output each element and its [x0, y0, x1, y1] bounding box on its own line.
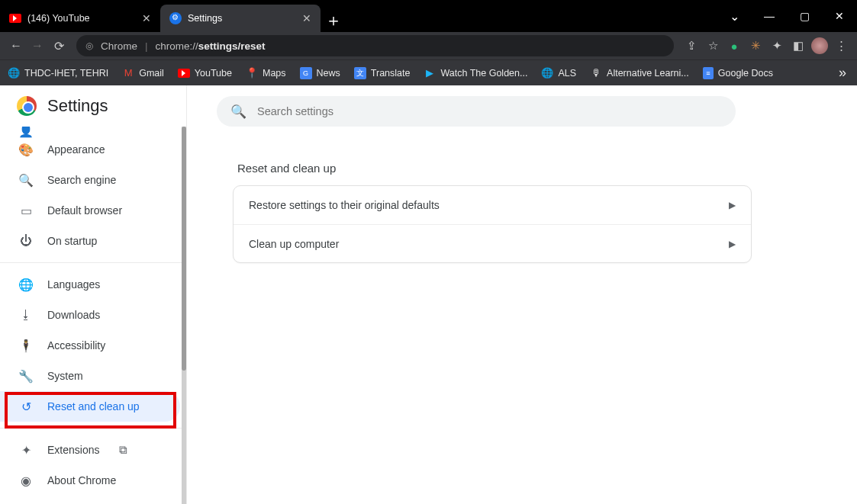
extension-icon: ✦	[18, 443, 34, 457]
bookmark-star-icon[interactable]: ☆	[704, 39, 721, 53]
sidebar-item-label: Appearance	[47, 143, 105, 156]
browser-icon: ▭	[18, 204, 34, 218]
sound-icon: 🎙	[590, 67, 602, 79]
tab-settings[interactable]: Settings ✕	[160, 5, 321, 32]
search-icon: 🔍	[230, 104, 246, 120]
bookmark-item[interactable]: GNews	[300, 67, 340, 79]
tab-label: Settings	[188, 13, 222, 24]
sidebar-item-extensions[interactable]: ✦Extensions⧉	[0, 435, 186, 465]
minimize-button[interactable]: —	[752, 0, 787, 32]
new-tab-button[interactable]: ＋	[321, 9, 346, 32]
extension-grammarly-icon[interactable]: ●	[726, 40, 743, 53]
close-icon[interactable]: ✕	[142, 12, 151, 24]
bookmark-item[interactable]: YouTube	[178, 68, 232, 79]
search-icon: 🔍	[18, 173, 34, 188]
bookmark-item[interactable]: 文Translate	[354, 67, 411, 79]
sidebar-item-label: System	[47, 370, 83, 382]
chrome-logo-icon	[17, 96, 37, 116]
restore-icon: ↺	[18, 400, 34, 414]
bookmark-item[interactable]: 🎙Alternative Learni...	[590, 67, 689, 79]
globe-icon: 🌐	[8, 67, 20, 79]
window-controls: ⌄ — ▢ ✕	[717, 0, 857, 32]
bookmark-item[interactable]: 🌐THDC-IHET, TEHRI	[8, 67, 108, 79]
maximize-button[interactable]: ▢	[787, 0, 822, 32]
search-input[interactable]	[257, 105, 722, 117]
settings-card: Restore settings to their original defau…	[233, 185, 752, 263]
tab-label: (146) YouTube	[27, 13, 90, 24]
browser-toolbar: ← → ⟳ ◎ Chrome | chrome://settings/reset…	[0, 32, 857, 59]
url-scheme-label: Chrome	[101, 40, 137, 52]
tab-youtube[interactable]: (146) YouTube ✕	[0, 5, 160, 32]
site-info-icon[interactable]: ◎	[85, 40, 93, 51]
chrome-icon: ◉	[18, 474, 34, 488]
sidebar-item-label: Search engine	[47, 174, 116, 186]
scrollbar-thumb[interactable]	[182, 127, 186, 371]
section-title: Reset and clean up	[233, 162, 752, 175]
chevron-right-icon: ▶	[729, 239, 736, 249]
forward-button[interactable]: →	[29, 39, 46, 53]
bookmark-item[interactable]: 📍Maps	[246, 67, 286, 79]
person-icon: 👤	[18, 127, 34, 138]
settings-gear-icon	[169, 12, 182, 24]
profile-avatar[interactable]	[811, 37, 828, 54]
accessibility-icon: 🕴	[18, 339, 34, 353]
reload-button[interactable]: ⟳	[50, 39, 67, 53]
download-icon: ⭳	[18, 308, 34, 322]
news-icon: G	[300, 67, 312, 79]
sidebar-item-label: Downloads	[47, 309, 100, 321]
share-icon[interactable]: ⇪	[683, 39, 700, 53]
settings-search[interactable]: 🔍	[217, 96, 736, 127]
sidebar-item-search-engine[interactable]: 🔍Search engine	[0, 165, 186, 195]
row-clean-up-computer[interactable]: Clean up computer ▶	[234, 224, 751, 262]
sidepanel-icon[interactable]: ◧	[790, 39, 807, 53]
row-label: Restore settings to their original defau…	[249, 199, 440, 211]
sidebar-item-cutoff[interactable]: 👤	[0, 127, 186, 134]
sidebar-item-accessibility[interactable]: 🕴Accessibility	[0, 330, 186, 361]
sidebar-item-downloads[interactable]: ⭳Downloads	[0, 300, 186, 330]
settings-header: Settings	[0, 85, 186, 127]
settings-page: Settings 👤🎨Appearance🔍Search engine▭Defa…	[0, 85, 857, 504]
tab-strip: (146) YouTube ✕ Settings ✕ ＋	[0, 0, 346, 32]
sidebar-item-appearance[interactable]: 🎨Appearance	[0, 134, 186, 165]
close-button[interactable]: ✕	[822, 0, 857, 32]
maps-icon: 📍	[246, 67, 258, 79]
gmail-icon: M	[122, 67, 134, 79]
sidebar-item-about-chrome[interactable]: ◉About Chrome	[0, 465, 186, 496]
settings-title: Settings	[47, 96, 108, 116]
url-text: chrome://settings/reset	[156, 40, 266, 52]
sidebar-item-languages[interactable]: 🌐Languages	[0, 269, 186, 300]
chevron-right-icon: ▶	[729, 200, 736, 210]
settings-menu: 👤🎨Appearance🔍Search engine▭Default brows…	[0, 127, 186, 504]
settings-main: 🔍 Reset and clean up Restore settings to…	[187, 85, 857, 504]
sidebar-item-reset-and-clean-up[interactable]: ↺Reset and clean up	[0, 391, 180, 422]
sidebar-item-label: On startup	[47, 235, 97, 247]
bookmark-item[interactable]: 🌐ALS	[541, 67, 576, 79]
sidebar-item-on-startup[interactable]: ⏻On startup	[0, 226, 186, 256]
window-titlebar: (146) YouTube ✕ Settings ✕ ＋ ⌄ — ▢ ✕	[0, 0, 857, 32]
bookmark-item[interactable]: MGmail	[122, 67, 164, 79]
sidebar-item-label: Accessibility	[47, 339, 105, 352]
chevron-down-icon[interactable]: ⌄	[717, 0, 752, 32]
sidebar-item-default-browser[interactable]: ▭Default browser	[0, 195, 186, 226]
address-bar[interactable]: ◎ Chrome | chrome://settings/reset	[76, 35, 674, 56]
row-restore-defaults[interactable]: Restore settings to their original defau…	[234, 186, 751, 224]
sidebar-item-label: About Chrome	[47, 474, 116, 486]
bookmark-item[interactable]: ▶Watch The Golden...	[424, 67, 527, 79]
extensions-puzzle-icon[interactable]: ✦	[768, 39, 785, 53]
palette-icon: 🎨	[18, 143, 34, 157]
sidebar-item-label: Extensions	[47, 444, 99, 456]
sidebar-item-system[interactable]: 🔧System	[0, 361, 186, 391]
youtube-icon	[9, 14, 21, 23]
close-icon[interactable]: ✕	[302, 12, 311, 24]
sidebar-item-label: Languages	[47, 278, 100, 291]
kebab-menu-icon[interactable]: ⋮	[833, 39, 849, 53]
globe-icon: 🌐	[18, 278, 34, 292]
bookmark-overflow-icon[interactable]: »	[839, 65, 849, 81]
settings-sidebar: Settings 👤🎨Appearance🔍Search engine▭Defa…	[0, 85, 187, 504]
translate-icon: 文	[354, 67, 366, 79]
play-icon: ▶	[424, 67, 436, 79]
bookmark-item[interactable]: ≡Google Docs	[703, 67, 773, 79]
sidebar-item-label: Default browser	[47, 204, 122, 217]
extension-icon[interactable]: ✳	[747, 39, 764, 53]
back-button[interactable]: ←	[8, 39, 24, 53]
